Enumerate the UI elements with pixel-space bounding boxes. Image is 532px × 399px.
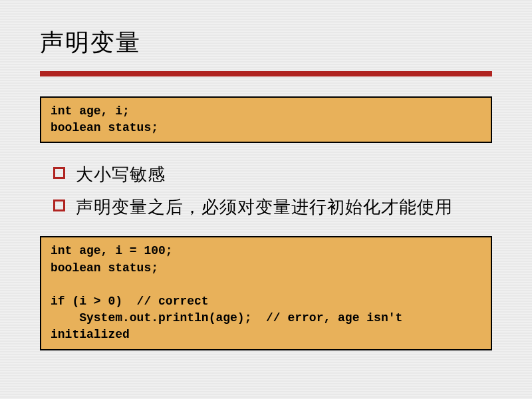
bullet-item: 声明变量之后，必须对变量进行初始化才能使用 — [53, 194, 492, 220]
code-block-2: int age, i = 100; boolean status; if (i … — [40, 236, 492, 350]
bullet-text: 声明变量之后，必须对变量进行初始化才能使用 — [76, 194, 453, 220]
bullet-item: 大小写敏感 — [53, 162, 492, 188]
bullet-list: 大小写敏感 声明变量之后，必须对变量进行初始化才能使用 — [53, 162, 492, 220]
square-bullet-icon — [53, 200, 65, 211]
title-underline — [40, 71, 492, 76]
square-bullet-icon — [53, 167, 65, 179]
slide-title: 声明变量 — [40, 27, 492, 59]
bullet-text: 大小写敏感 — [76, 162, 166, 188]
slide: 声明变量 int age, i; boolean status; 大小写敏感 声… — [0, 0, 532, 399]
code-block-1: int age, i; boolean status; — [40, 96, 492, 143]
